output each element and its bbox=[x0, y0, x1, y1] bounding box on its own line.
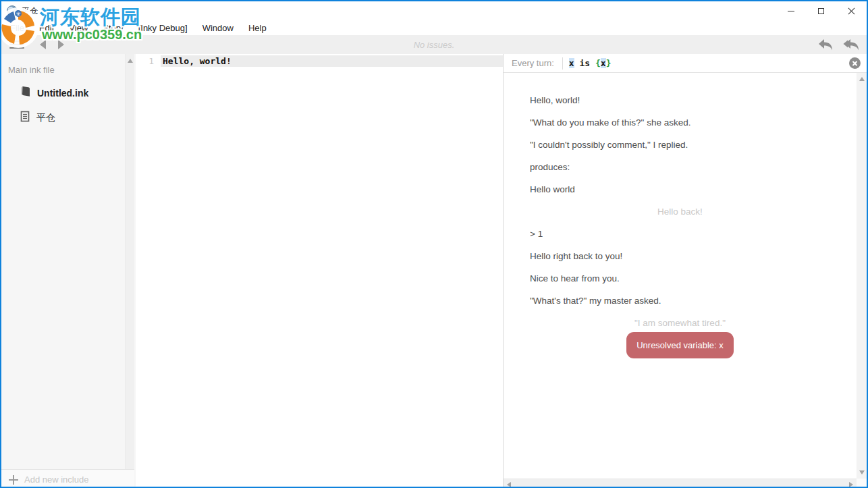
menu-item-inky-debug[interactable]: [Inky Debug] bbox=[131, 22, 195, 34]
expr-token-var: x bbox=[569, 58, 574, 68]
watch-expression-input[interactable]: x is {x} bbox=[563, 58, 612, 68]
story-text-line: Hello, world! bbox=[504, 89, 857, 111]
error-badge: Unresolved variable: x bbox=[626, 332, 734, 358]
line-number: 1 bbox=[138, 56, 161, 66]
app-icon bbox=[7, 5, 18, 16]
sidebar: Main ink file Untitled.ink平仓 Add new inc… bbox=[1, 54, 136, 488]
menu-item-edit[interactable]: Edit bbox=[32, 22, 61, 34]
story-text-line: "What's that?" my master asked. bbox=[504, 290, 857, 312]
document-icon bbox=[20, 111, 30, 125]
sidebar-toggle-button[interactable] bbox=[9, 40, 24, 49]
minimize-button[interactable] bbox=[776, 1, 806, 20]
story-text-line: Hello world bbox=[504, 178, 857, 200]
code-text[interactable]: Hello, world! bbox=[161, 55, 503, 67]
menu-item-view[interactable]: View bbox=[61, 22, 95, 34]
menu-item-help[interactable]: Help bbox=[241, 22, 274, 34]
scroll-right-icon[interactable] bbox=[849, 482, 853, 487]
editor-line[interactable]: 1Hello, world! bbox=[138, 55, 503, 67]
rewind-icon[interactable] bbox=[842, 38, 860, 51]
window-title: 平仓 bbox=[22, 5, 38, 17]
expr-token-bracket: { bbox=[595, 58, 601, 68]
add-include-label: Add new include bbox=[24, 475, 88, 485]
minimize-icon bbox=[788, 11, 794, 11]
title-bar: 平仓 bbox=[1, 1, 867, 20]
story-choice-line: "I am somewhat tired." bbox=[504, 312, 857, 334]
issues-status: No issues. bbox=[1, 40, 867, 50]
scroll-up-icon[interactable] bbox=[128, 59, 133, 63]
story-text-line: > 1 bbox=[504, 223, 857, 245]
story-text-line: "I couldn't possibly comment," I replied… bbox=[504, 134, 857, 156]
sidebar-section-label: Main ink file bbox=[1, 54, 136, 75]
file-name: Untitled.ink bbox=[37, 88, 88, 99]
expr-token-var: x bbox=[601, 58, 606, 68]
story-choice-line: Hello back! bbox=[504, 200, 857, 223]
expr-token-plain: is bbox=[574, 58, 595, 68]
maximize-button[interactable] bbox=[806, 1, 836, 20]
watch-expression-bar: Every turn: x is {x} bbox=[504, 54, 867, 73]
expr-token-bracket: } bbox=[606, 58, 612, 68]
menu-item-file[interactable]: File bbox=[3, 22, 32, 34]
player-vertical-scrollbar[interactable] bbox=[857, 73, 867, 479]
watch-label: Every turn: bbox=[504, 58, 562, 68]
close-icon bbox=[848, 7, 855, 15]
sidebar-item-untitled-ink[interactable]: Untitled.ink bbox=[1, 86, 136, 100]
book-icon bbox=[20, 86, 30, 100]
close-watch-button[interactable] bbox=[849, 57, 861, 69]
scroll-down-icon[interactable] bbox=[859, 470, 865, 475]
menu-item-story[interactable]: Story bbox=[95, 22, 130, 34]
scroll-up-icon[interactable] bbox=[859, 77, 865, 81]
story-text-line: Hello right back to you! bbox=[504, 245, 857, 267]
story-text-line: Nice to hear from you. bbox=[504, 267, 857, 290]
menu-bar: FileEditViewStory[Inky Debug]WindowHelp bbox=[1, 20, 867, 35]
story-text-line: produces: bbox=[504, 156, 857, 178]
scrollbar-corner bbox=[857, 479, 867, 488]
story-error-line: Unresolved variable: x bbox=[504, 334, 857, 356]
story-output: Hello, world!"What do you make of this?"… bbox=[504, 73, 857, 479]
maximize-icon bbox=[818, 8, 824, 14]
menu-item-window[interactable]: Window bbox=[195, 22, 241, 34]
story-text-line: "What do you make of this?" she asked. bbox=[504, 111, 857, 134]
toolbar: No issues. bbox=[1, 35, 867, 54]
code-editor[interactable]: 1Hello, world! bbox=[138, 54, 503, 488]
plus-icon bbox=[9, 475, 18, 485]
scroll-left-icon[interactable] bbox=[507, 482, 511, 487]
add-include-button[interactable]: Add new include bbox=[1, 469, 134, 488]
back-button[interactable] bbox=[40, 40, 46, 49]
app-window: 平仓 FileEditViewStory[Inky Debug]WindowHe… bbox=[0, 0, 868, 488]
undo-icon[interactable] bbox=[817, 38, 834, 51]
close-button[interactable] bbox=[836, 1, 867, 20]
forward-button[interactable] bbox=[58, 40, 64, 49]
sidebar-item--[interactable]: 平仓 bbox=[1, 111, 136, 125]
story-player-panel: Every turn: x is {x} Hello, world!"What … bbox=[503, 54, 867, 488]
sidebar-scrollbar[interactable] bbox=[125, 54, 134, 469]
player-horizontal-scrollbar[interactable] bbox=[504, 479, 857, 488]
file-name: 平仓 bbox=[36, 112, 55, 124]
